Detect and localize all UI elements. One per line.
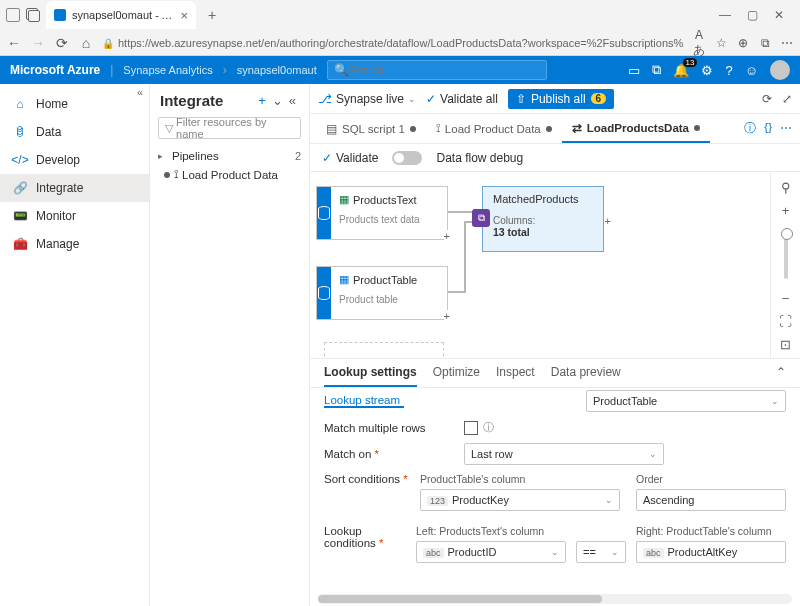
add-source-placeholder[interactable] — [324, 342, 444, 358]
crumb-workspace[interactable]: synapsel0omaut — [237, 64, 317, 76]
zoom-fit-icon[interactable]: ⚲ — [781, 180, 791, 195]
window-icon[interactable] — [6, 8, 20, 22]
develop-icon: </> — [12, 152, 28, 168]
pipeline-icon: ⟟ — [436, 122, 440, 135]
settings-icon[interactable]: ⚙ — [701, 63, 713, 78]
tab-optimize[interactable]: Optimize — [433, 365, 480, 387]
sql-icon: ▤ — [326, 122, 337, 136]
tabs-icon[interactable] — [26, 8, 40, 22]
tree-item-load-product-data[interactable]: ⟟ Load Product Data — [158, 165, 301, 184]
node-producttable[interactable]: ▦ProductTable Product table + — [316, 266, 448, 320]
node-title-text: ProductsText — [353, 194, 417, 206]
horizontal-scrollbar[interactable] — [318, 594, 792, 604]
favorite-icon[interactable]: ☆ — [714, 36, 728, 50]
tab-inspect[interactable]: Inspect — [496, 365, 535, 387]
left-column-select[interactable]: abcProductID⌄ — [416, 541, 566, 563]
close-icon[interactable]: × — [180, 8, 188, 23]
nav-label: Manage — [36, 237, 79, 251]
cloud-shell-icon[interactable]: ▭ — [628, 63, 640, 78]
publish-all-button[interactable]: ⇧ Publish all 6 — [508, 89, 614, 109]
match-on-select[interactable]: Last row⌄ — [464, 443, 664, 465]
node-matchedproducts[interactable]: ⧉ MatchedProducts Columns: 13 total + — [482, 186, 604, 252]
synapse-live[interactable]: ⎇Synapse live⌄ — [318, 92, 416, 106]
more-icon[interactable]: ⋯ — [780, 36, 794, 50]
chevron-down-icon[interactable]: ⌄ — [269, 93, 286, 108]
select-value: ProductKey — [452, 494, 509, 506]
help-icon[interactable]: ? — [725, 63, 732, 78]
tab-data-preview[interactable]: Data preview — [551, 365, 621, 387]
dirty-dot-icon — [694, 125, 700, 131]
collapse-settings-icon[interactable]: ⌃ — [776, 365, 786, 387]
order-select[interactable]: Ascending — [636, 489, 786, 511]
nav-monitor[interactable]: 📟Monitor — [0, 202, 149, 230]
validate-button[interactable]: ✓Validate — [322, 151, 378, 165]
info-icon[interactable]: ⓘ — [483, 420, 494, 435]
nav-data[interactable]: 🛢Data — [0, 118, 149, 146]
add-step-icon[interactable]: + — [605, 215, 611, 227]
match-multiple-checkbox[interactable] — [464, 421, 478, 435]
collapse-panel-icon[interactable]: « — [286, 93, 299, 108]
add-resource-icon[interactable]: + — [255, 93, 269, 108]
search-input[interactable] — [349, 64, 540, 76]
directory-icon[interactable]: ⧉ — [652, 62, 661, 78]
avatar[interactable] — [770, 60, 790, 80]
extensions-icon[interactable]: ⧉ — [758, 36, 772, 50]
learn-icon[interactable]: ⓘ — [744, 121, 756, 136]
expand-icon[interactable]: ⤢ — [782, 92, 792, 106]
nav-label: Develop — [36, 153, 80, 167]
back-icon[interactable]: ← — [6, 35, 22, 51]
nav-develop[interactable]: </>Develop — [0, 146, 149, 174]
close-window-icon[interactable]: ✕ — [774, 8, 784, 22]
home-icon[interactable]: ⌂ — [78, 35, 94, 51]
lock-icon: 🔒 — [102, 38, 114, 49]
collections-icon[interactable]: ⊕ — [736, 36, 750, 50]
more-icon[interactable]: ⋯ — [780, 121, 792, 136]
minimap-icon[interactable]: ⊡ — [780, 337, 791, 352]
node-productstext[interactable]: ▦ProductsText Products text data + — [316, 186, 448, 240]
tab-load-product-data[interactable]: ⟟Load Product Data — [426, 114, 562, 143]
add-step-icon[interactable]: + — [444, 230, 450, 242]
url-text: https://web.azuresynapse.net/en/authorin… — [118, 37, 684, 49]
url-field[interactable]: 🔒 https://web.azuresynapse.net/en/author… — [102, 37, 684, 49]
add-step-icon[interactable]: + — [444, 310, 450, 322]
feedback-icon[interactable]: ☺ — [745, 63, 758, 78]
browser-chrome: synapsel0omaut - Azure Synaps × + — ▢ ✕ … — [0, 0, 800, 56]
code-icon[interactable]: {} — [764, 121, 772, 136]
nav-integrate[interactable]: 🔗Integrate — [0, 174, 149, 202]
zoom-in-icon[interactable]: + — [782, 203, 790, 218]
debug-toggle[interactable] — [392, 151, 422, 165]
zoom-slider[interactable] — [784, 230, 788, 279]
new-tab-button[interactable]: + — [202, 7, 222, 23]
minimize-icon[interactable]: — — [719, 8, 731, 22]
brand[interactable]: Microsoft Azure — [10, 63, 100, 77]
right-column-select[interactable]: abcProductAltKey — [636, 541, 786, 563]
tab-lookup-settings[interactable]: Lookup settings — [324, 365, 417, 387]
operator-select[interactable]: ==⌄ — [576, 541, 626, 563]
search-box[interactable]: 🔍 — [327, 60, 547, 80]
crumb-service[interactable]: Synapse Analytics — [123, 64, 212, 76]
upload-icon: ⇧ — [516, 92, 526, 106]
dataflow-canvas[interactable]: ▦ProductsText Products text data + ▦Prod… — [310, 172, 770, 358]
zoom-out-icon[interactable]: − — [782, 291, 790, 306]
forward-icon[interactable]: → — [30, 35, 46, 51]
debug-label: Data flow debug — [436, 151, 523, 165]
maximize-icon[interactable]: ▢ — [747, 8, 758, 22]
fullscreen-icon[interactable]: ⛶ — [779, 314, 792, 329]
notifications-icon[interactable]: 🔔 — [673, 63, 689, 78]
refresh-icon[interactable]: ⟳ — [54, 35, 70, 51]
reader-icon[interactable]: Aあ — [692, 28, 706, 59]
sort-column-select[interactable]: 123ProductKey⌄ — [420, 489, 620, 511]
source-accent — [317, 187, 331, 239]
refresh-icon[interactable]: ⟳ — [762, 92, 772, 106]
collapse-nav-icon[interactable]: « — [137, 86, 143, 98]
filter-input[interactable]: ▽ Filter resources by name — [158, 117, 301, 139]
nav-manage[interactable]: 🧰Manage — [0, 230, 149, 258]
nav-home[interactable]: ⌂Home — [0, 90, 149, 118]
tab-sql-script[interactable]: ▤SQL script 1 — [316, 114, 426, 143]
tree-pipelines[interactable]: ▸ Pipelines 2 — [158, 147, 301, 165]
validate-all-button[interactable]: ✓Validate all — [426, 92, 498, 106]
lookup-stream-select[interactable]: ProductTable⌄ — [586, 390, 786, 412]
browser-tab[interactable]: synapsel0omaut - Azure Synaps × — [46, 1, 196, 29]
lookup-conditions-label: Lookup conditions — [324, 525, 416, 549]
tab-loadproductsdata[interactable]: ⇄LoadProductsData — [562, 114, 710, 143]
